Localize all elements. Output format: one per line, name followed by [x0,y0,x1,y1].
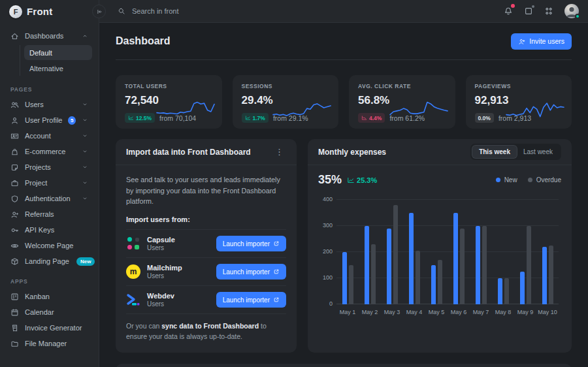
sidebar-item-project[interactable]: Project [5,175,93,191]
sidebar-item-e-commerce[interactable]: E-commerce [5,144,93,159]
global-search[interactable] [118,7,504,15]
person-plus-icon [10,210,19,219]
sidebar-item-welcome-page[interactable]: Welcome Page [5,238,93,253]
sidebar-item-label: User Profile [25,116,62,124]
launch-importer-button[interactable]: Launch importer [216,264,286,279]
bar-overdue[interactable] [371,244,376,304]
chart-legend: NewOverdue [496,176,561,184]
sidebar-collapse-button[interactable] [92,5,106,18]
bar-new[interactable] [431,265,436,304]
launch-importer-button[interactable]: Launch importer [216,236,286,251]
sidebar-item-file-manager[interactable]: File Manager [5,336,93,351]
chevron-down-icon [82,101,88,108]
sidebar-item-label: File Manager [25,340,67,347]
toggle-last-week[interactable]: Last week [517,146,559,158]
sidebar-item-account[interactable]: Account [5,128,93,144]
launch-importer-button[interactable]: Launch importer [216,292,286,308]
bar-overdue[interactable] [527,226,531,304]
toggle-this-week[interactable]: This week [472,146,517,158]
page-title: Dashboard [116,35,171,47]
sidebar-item-label: Account [25,132,51,140]
chart-plot: 0100200300400 [336,200,559,304]
bar-overdue[interactable] [438,260,442,304]
topbar [99,0,588,23]
sidebar-item-projects[interactable]: Projects [5,159,93,175]
legend-item-overdue[interactable]: Overdue [528,176,561,184]
front-logo-icon: F [9,5,22,18]
bar-new[interactable] [453,213,458,304]
apps-button[interactable] [544,7,553,16]
stat-card-avg-click-rate[interactable]: Avg. click rate56.8%4.4%from 61.2% [349,75,455,129]
cards-row: Import data into Front Dashboard ⋮ See a… [116,139,572,353]
window-dot [532,5,534,8]
integration-name: Mailchimp [147,264,210,272]
briefcase-icon [10,179,19,187]
sparkline-chart [505,95,565,123]
import-row-meta: WebdevUsers [147,292,210,308]
apps-grid-icon [544,7,553,16]
invite-users-button[interactable]: Invite users [511,33,572,50]
stat-card-total-users[interactable]: Total users72,54012.5%from 70,104 [116,75,222,129]
stat-delta-value: 0.0% [478,115,491,121]
bar-overdue[interactable] [482,226,487,304]
sidebar-item-dashboards[interactable]: Dashboards [5,28,93,44]
import-footer-link[interactable]: sync data to Front Dashboard [161,322,259,330]
sidebar-heading-pages: Pages [5,77,93,97]
y-axis-tick: 100 [318,274,333,281]
bag-icon [10,148,19,156]
bar-new[interactable] [476,226,480,304]
stat-card-pageviews[interactable]: Pageviews92,9130.0%from 2,913 [466,75,572,129]
external-link-icon [273,268,280,275]
bar-new[interactable] [409,213,414,304]
sidebar-item-calendar[interactable]: Calendar [5,304,93,320]
bar-overdue[interactable] [549,246,553,304]
window-icon [524,7,533,16]
sidebar-item-api-keys[interactable]: API Keys [5,222,93,238]
sidebar-subitem-default[interactable]: Default [24,45,92,60]
activity-button[interactable] [524,7,533,16]
x-axis-label: May 4 [403,309,425,315]
sidebar-subitem-alternative[interactable]: Alternative [24,61,92,76]
user-avatar[interactable] [564,4,579,18]
sidebar-item-label: Landing Page [25,257,69,265]
sidebar-item-label: Dashboards [25,32,63,40]
receipt-icon [10,324,19,332]
notifications-button[interactable] [504,7,513,16]
users-icon [10,101,19,109]
sidebar-item-invoice-generator[interactable]: Invoice Generator [5,320,93,336]
bar-overdue[interactable] [349,265,353,304]
sidebar-item-user-profile[interactable]: User Profile5 [5,112,93,128]
x-axis-label: May 6 [448,309,470,315]
sidebar-nav: DashboardsDefaultAlternativePagesUsersUs… [0,23,99,360]
integration-sub: Users [147,272,210,279]
sidebar-item-referrals[interactable]: Referrals [5,206,93,222]
bar-overdue[interactable] [504,278,509,304]
legend-item-new[interactable]: New [496,176,517,184]
bar-new[interactable] [542,247,547,304]
sparkline-chart [272,95,332,123]
bar-new[interactable] [342,252,347,304]
external-link-icon [273,240,280,247]
bar-overdue[interactable] [393,205,398,304]
bar-new[interactable] [365,226,369,304]
folder-icon [10,340,19,348]
bar-new[interactable] [498,278,502,304]
bar-new[interactable] [387,229,391,304]
stat-card-sessions[interactable]: Sessions29.4%1.7%from 29.1% [233,75,339,129]
id-card-icon [10,132,19,140]
import-row-mailchimp: mMailchimpUsersLaunch importer [126,258,286,286]
brand[interactable]: F Front [0,0,99,23]
import-card-body: See and talk to your users and leads imm… [116,165,297,353]
expenses-card-title: Monthly expenses [318,148,386,157]
bar-overdue[interactable] [416,251,420,304]
bar-new[interactable] [520,272,525,304]
sidebar-item-users[interactable]: Users [5,97,93,112]
y-axis-tick: 200 [318,248,333,255]
sidebar-item-landing-page[interactable]: Landing PageNew [5,253,93,269]
global-search-input[interactable] [132,7,263,15]
sidebar-item-authentication[interactable]: Authentication [5,191,93,206]
kebab-menu-icon[interactable]: ⋮ [272,146,286,157]
bar-overdue[interactable] [460,229,465,304]
week-toggle: This weekLast week [470,144,561,160]
sidebar-item-kanban[interactable]: Kanban [5,289,93,304]
